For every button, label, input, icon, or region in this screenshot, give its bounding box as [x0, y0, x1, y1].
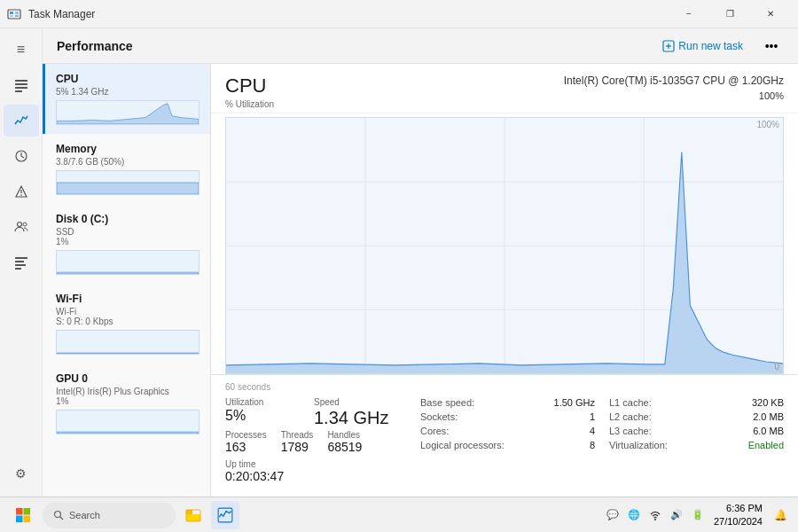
svg-rect-17 [15, 264, 26, 266]
close-button[interactable]: ✕ [750, 0, 791, 28]
svg-rect-41 [186, 514, 200, 521]
startup-icon[interactable] [4, 176, 39, 207]
svg-point-14 [23, 223, 27, 226]
svg-rect-6 [15, 83, 27, 85]
nav-item-memory[interactable]: Memory 3.8/7.6 GB (50%) [43, 134, 210, 204]
nav-disk-graph [56, 250, 200, 275]
stats-col-3: Base speed: 1.50 GHz L1 cache: 320 KB So… [420, 397, 784, 489]
stats-grid: Utilization 5% Processes 163 Threads [225, 397, 784, 489]
svg-rect-8 [15, 90, 22, 92]
tray-volume-icon[interactable]: 🔊 [668, 506, 685, 524]
stat-l1-cache: L1 cache: 320 KB [609, 397, 784, 408]
svg-rect-34 [16, 508, 23, 515]
processes-icon[interactable] [4, 69, 39, 101]
threads-value: 1789 [281, 440, 314, 455]
users-icon[interactable] [4, 211, 39, 243]
nav-item-gpu[interactable]: GPU 0 Intel(R) Iris(R) Plus Graphics 1% [43, 364, 210, 443]
cpu-subtitle: % Utilization [225, 99, 274, 109]
taskbar-app-explorer[interactable] [179, 501, 207, 529]
svg-marker-26 [57, 432, 199, 434]
svg-line-39 [60, 516, 64, 520]
nav-memory-subtitle: 3.8/7.6 GB (50%) [56, 157, 200, 167]
svg-rect-36 [16, 515, 23, 522]
virtualization-value: Enabled [748, 440, 784, 450]
nav-wifi-graph [56, 330, 200, 355]
nav-cpu-subtitle: 5% 1.34 GHz [56, 87, 200, 97]
nav-disk-subtitle2: 1% [56, 237, 200, 246]
tray-battery-icon[interactable]: 🔋 [689, 506, 707, 524]
stat-threads: Threads 1789 [281, 430, 314, 455]
chart-time-label: 60 seconds [225, 382, 784, 392]
titlebar: Task Manager − ❐ ✕ [0, 0, 798, 28]
nav-wifi-subtitle2: S: 0 R: 0 Kbps [56, 317, 200, 326]
stat-uptime: Up time 0:20:03:47 [225, 459, 314, 484]
stats-col-1: Utilization 5% Processes 163 Threads [225, 397, 314, 489]
tray-wifi-icon[interactable] [646, 506, 664, 524]
right-stats: Base speed: 1.50 GHz L1 cache: 320 KB So… [420, 397, 784, 452]
nav-disk-title: Disk 0 (C:) [56, 213, 200, 225]
performance-icon[interactable] [4, 105, 39, 137]
more-options-button[interactable]: ••• [759, 34, 784, 59]
cpu-big-title: CPU [225, 74, 274, 98]
svg-point-13 [17, 223, 21, 227]
run-new-task-button[interactable]: Run new task [653, 36, 752, 56]
run-icon [662, 40, 675, 52]
svg-rect-35 [24, 508, 31, 515]
l1-label: L1 cache: [609, 397, 652, 408]
header-actions: Run new task ••• [653, 34, 784, 59]
stats-footer: 60 seconds Utilization 5% Processes [211, 374, 798, 497]
uptime-label: Up time [225, 459, 314, 469]
stat-cores: Cores: 4 [420, 426, 595, 436]
svg-marker-24 [57, 272, 199, 274]
svg-rect-15 [15, 257, 27, 259]
svg-rect-37 [24, 515, 31, 522]
chart-area: 100% 0 [211, 113, 798, 374]
services-icon[interactable]: ⚙ [4, 458, 39, 489]
menu-icon[interactable]: ≡ [4, 34, 39, 66]
performance-header: Performance Run new task ••• [43, 28, 798, 64]
window-controls: − ❐ ✕ [669, 0, 791, 28]
cores-value: 4 [590, 426, 595, 436]
nav-item-disk[interactable]: Disk 0 (C:) SSD 1% [43, 204, 210, 284]
clock[interactable]: 6:36 PM 27/10/2024 [710, 500, 766, 529]
svg-point-38 [55, 511, 61, 517]
base-speed-label: Base speed: [420, 397, 474, 408]
file-explorer-icon [184, 506, 202, 524]
start-button[interactable] [7, 499, 39, 531]
sockets-label: Sockets: [420, 411, 458, 422]
wifi-icon [649, 509, 661, 521]
utilization-value: 5% [225, 407, 314, 424]
stat-l2-cache: L2 cache: 2.0 MB [609, 411, 784, 422]
speed-value: 1.34 GHz [314, 407, 420, 428]
taskbar-left: Search [7, 499, 239, 531]
processes-value: 163 [225, 440, 267, 455]
svg-marker-22 [57, 104, 199, 124]
svg-rect-5 [15, 80, 27, 82]
taskbar-right: 💬 🌐 🔊 🔋 6:36 PM 27/10/2024 🔔 [604, 500, 791, 529]
uptime-value: 0:20:03:47 [225, 469, 314, 484]
nav-item-wifi[interactable]: Wi-Fi Wi-Fi S: 0 R: 0 Kbps [43, 284, 210, 364]
sockets-value: 1 [590, 411, 595, 422]
nav-wifi-title: Wi-Fi [56, 293, 200, 305]
clock-time: 6:36 PM [714, 502, 763, 514]
nav-list: CPU 5% 1.34 GHz Memory 3.8/7.6 GB (50%) [43, 64, 211, 497]
cpu-chart: 100% 0 [225, 117, 784, 374]
restore-button[interactable]: ❐ [709, 0, 750, 28]
taskbar-app-taskmanager[interactable] [211, 501, 239, 529]
tray-chat-icon[interactable]: 💬 [604, 506, 622, 524]
svg-point-12 [20, 194, 22, 196]
nav-disk-subtitle: SSD [56, 227, 200, 237]
nav-item-cpu[interactable]: CPU 5% 1.34 GHz [43, 64, 210, 134]
minimize-button[interactable]: − [669, 0, 709, 28]
tray-network-icon[interactable]: 🌐 [625, 506, 643, 524]
details-icon[interactable] [4, 246, 39, 278]
svg-marker-25 [57, 353, 199, 354]
nav-memory-title: Memory [56, 143, 200, 155]
notification-bell-icon[interactable]: 🔔 [770, 505, 791, 526]
app-icon [7, 7, 21, 21]
taskbar-search-box[interactable]: Search [43, 502, 176, 528]
svg-rect-2 [15, 12, 19, 14]
speed-label: Speed [314, 397, 420, 407]
history-icon[interactable] [4, 140, 39, 172]
stat-base-speed: Base speed: 1.50 GHz [420, 397, 595, 408]
